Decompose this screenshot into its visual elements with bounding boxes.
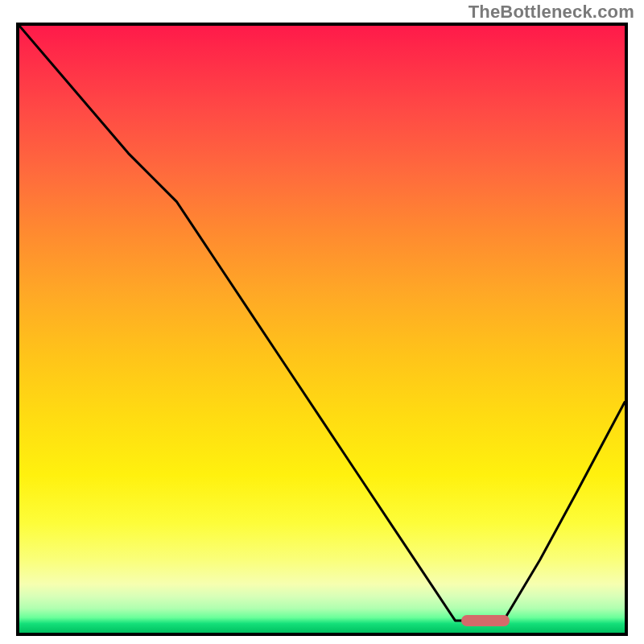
plot-frame	[16, 23, 628, 636]
optimal-range-marker	[461, 615, 510, 626]
curve-path	[19, 26, 625, 621]
watermark-text: TheBottleneck.com	[469, 2, 634, 23]
bottleneck-curve	[19, 26, 625, 633]
chart-stage: TheBottleneck.com	[0, 0, 644, 644]
